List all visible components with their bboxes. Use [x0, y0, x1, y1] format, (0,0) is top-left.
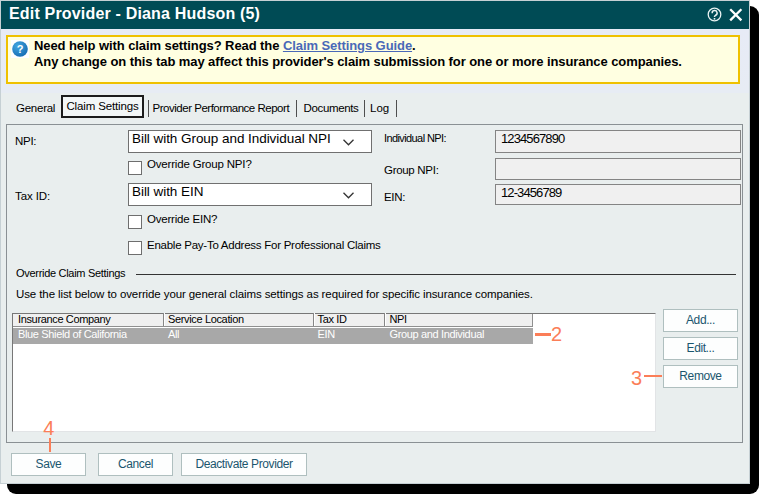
svg-text:?: ?	[17, 43, 24, 55]
